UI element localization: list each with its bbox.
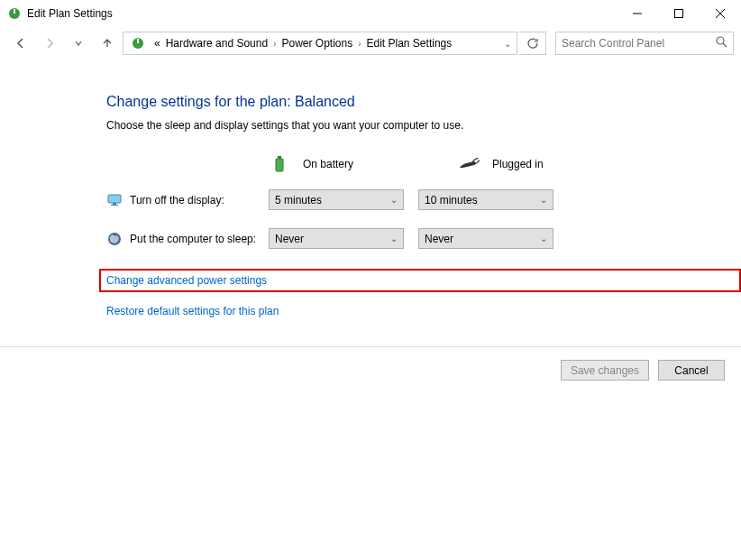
setting-row-display: Turn off the display: 5 minutes ⌄ 10 min…: [106, 189, 741, 210]
svg-rect-10: [276, 159, 283, 171]
select-value: Never: [275, 233, 304, 245]
column-label: Plugged in: [492, 158, 544, 170]
search-box[interactable]: [555, 32, 734, 55]
links-section: Change advanced power settings Restore d…: [106, 269, 741, 317]
page-heading: Change settings for the plan: Balanced: [106, 94, 741, 110]
setting-label: Put the computer to sleep:: [106, 231, 269, 247]
forward-button[interactable]: [36, 30, 63, 57]
select-value: Never: [425, 233, 453, 245]
advanced-power-settings-link[interactable]: Change advanced power settings: [106, 274, 267, 287]
cancel-button[interactable]: Cancel: [658, 360, 725, 381]
refresh-button[interactable]: [519, 32, 546, 55]
search-icon: [716, 36, 727, 50]
search-input[interactable]: [562, 37, 727, 50]
back-button[interactable]: [7, 30, 34, 57]
column-on-battery: On battery: [269, 153, 404, 175]
display-battery-select[interactable]: 5 minutes ⌄: [269, 189, 404, 210]
column-label: On battery: [303, 158, 353, 170]
column-plugged-in: Plugged in: [458, 153, 544, 175]
sleep-icon: [106, 231, 123, 247]
recent-locations-dropdown[interactable]: [65, 30, 92, 57]
restore-defaults-link[interactable]: Restore default settings for this plan: [106, 305, 279, 317]
svg-line-13: [477, 161, 480, 163]
setting-label-text: Put the computer to sleep:: [130, 233, 256, 245]
chevron-right-icon: ›: [358, 39, 361, 49]
chevron-down-icon[interactable]: ⌄: [504, 39, 511, 49]
footer-buttons: Save changes Cancel: [0, 346, 741, 381]
chevron-down-icon: ⌄: [540, 195, 547, 205]
breadcrumb-item[interactable]: Hardware and Sound: [166, 37, 268, 50]
save-button[interactable]: Save changes: [561, 360, 649, 381]
select-value: 10 minutes: [425, 194, 478, 207]
svg-rect-16: [111, 205, 118, 206]
display-icon: [106, 192, 123, 208]
breadcrumb[interactable]: « Hardware and Sound › Power Options › E…: [123, 32, 517, 55]
svg-rect-3: [675, 10, 683, 18]
window-controls: [617, 0, 741, 27]
svg-rect-7: [137, 39, 139, 43]
setting-row-sleep: Put the computer to sleep: Never ⌄ Never…: [106, 228, 741, 249]
battery-icon: [269, 153, 290, 175]
svg-line-12: [473, 158, 478, 161]
maximize-button[interactable]: [658, 0, 700, 27]
minimize-button[interactable]: [617, 0, 658, 27]
column-headers: On battery Plugged in: [269, 153, 741, 175]
breadcrumb-prefix: «: [154, 37, 160, 50]
close-button[interactable]: [700, 0, 741, 27]
svg-rect-14: [108, 195, 121, 203]
power-options-icon: [7, 6, 22, 21]
svg-rect-15: [113, 203, 116, 205]
chevron-down-icon: ⌄: [390, 195, 398, 205]
power-options-icon: [129, 34, 147, 52]
sleep-plugged-select[interactable]: Never ⌄: [418, 228, 553, 249]
display-plugged-select[interactable]: 10 minutes ⌄: [418, 189, 553, 210]
svg-line-9: [723, 43, 727, 47]
sleep-battery-select[interactable]: Never ⌄: [269, 228, 404, 249]
navigation-bar: « Hardware and Sound › Power Options › E…: [0, 27, 741, 60]
breadcrumb-item[interactable]: Power Options: [281, 37, 352, 50]
window-title: Edit Plan Settings: [27, 7, 617, 20]
highlighted-link-box: Change advanced power settings: [99, 269, 741, 292]
select-value: 5 minutes: [275, 194, 322, 207]
up-button[interactable]: [94, 30, 121, 57]
chevron-down-icon: ⌄: [390, 234, 398, 243]
breadcrumb-item[interactable]: Edit Plan Settings: [367, 37, 453, 50]
chevron-down-icon: ⌄: [540, 234, 547, 243]
setting-label: Turn off the display:: [106, 192, 269, 208]
svg-rect-1: [14, 9, 15, 14]
svg-point-8: [717, 37, 724, 44]
page-subheading: Choose the sleep and display settings th…: [106, 119, 741, 132]
setting-label-text: Turn off the display:: [130, 194, 224, 207]
plug-icon: [458, 153, 480, 175]
content-area: Change settings for the plan: Balanced C…: [0, 60, 741, 317]
chevron-right-icon: ›: [273, 39, 276, 49]
svg-rect-11: [278, 156, 281, 159]
titlebar: Edit Plan Settings: [0, 0, 741, 27]
